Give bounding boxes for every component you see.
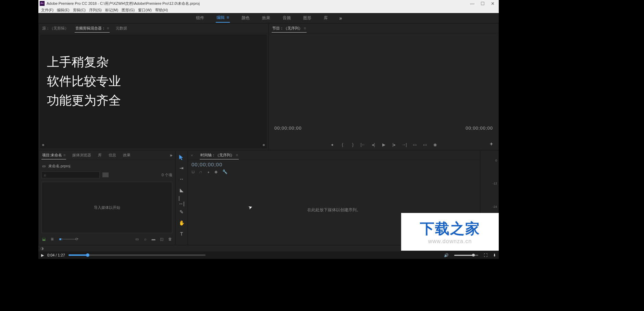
program-monitor[interactable]: 00;00;00;00 00;00;00;00 ● { } |← ◂| ▶ |▸… (269, 33, 498, 150)
project-tabs-more[interactable]: » (170, 153, 172, 158)
refresh-icon[interactable]: ⟳ (74, 237, 79, 241)
filter-chip-icon[interactable] (102, 172, 109, 177)
volume-track[interactable] (454, 255, 478, 256)
list-view-icon[interactable]: ≣ (50, 237, 54, 241)
track-select-tool-icon[interactable]: ⇥ (178, 165, 185, 171)
workspace-color[interactable]: 颜色 (241, 14, 250, 22)
workspace-assembly[interactable]: 组件 (195, 14, 205, 22)
hand-tool-icon[interactable]: ✋ (178, 220, 185, 226)
video-progress-thumb[interactable] (86, 253, 89, 257)
menu-graphic[interactable]: 图形(G) (120, 8, 136, 13)
pen-tool-icon[interactable]: ✎ (178, 209, 185, 215)
close-button[interactable]: ✕ (491, 1, 495, 6)
new-item-icon[interactable]: ◫ (159, 237, 164, 241)
hamburger-icon[interactable]: ≡ (304, 26, 306, 30)
maximize-button[interactable]: ☐ (481, 1, 485, 6)
go-to-out-icon[interactable]: →| (401, 142, 407, 147)
tools-panel: ⇥ ↔ ◣ |↔| ✎ ✋ T (175, 150, 188, 245)
menu-help[interactable]: 帮助(H) (154, 8, 169, 13)
add-button-icon[interactable]: + (490, 141, 493, 147)
extract-icon[interactable]: ▭ (422, 142, 428, 147)
fullscreen-icon[interactable]: ⛶ (484, 253, 487, 257)
workspace-more[interactable]: » (339, 15, 342, 21)
snap-icon[interactable]: ⊔ (191, 169, 195, 174)
effects-tab[interactable]: 效果 (122, 151, 131, 159)
scroll-left-icon[interactable] (42, 144, 44, 146)
hamburger-icon[interactable]: ≡ (236, 153, 238, 157)
new-bin-icon[interactable]: ▬ (151, 237, 156, 241)
scroll-right-icon[interactable] (263, 144, 265, 146)
wrench-icon[interactable]: 🔧 (222, 169, 227, 174)
source-tab-metadata[interactable]: 元数据 (115, 24, 128, 32)
library-tab[interactable]: 库 (97, 151, 102, 159)
hamburger-icon[interactable]: ≡ (227, 15, 229, 20)
menu-sequence[interactable]: 序列(S) (88, 8, 103, 13)
play-icon[interactable]: ▶ (381, 142, 386, 147)
overlay-text: 上手稍复杂 软件比较专业 功能更为齐全 (47, 52, 121, 110)
workspace-bar: 组件 编辑≡ 颜色 效果 音频 图形 库 » (38, 13, 499, 23)
menu-clip[interactable]: 剪辑(C) (72, 8, 87, 13)
timeline-timecode[interactable]: 00;00;00;00 (188, 160, 480, 169)
mark-out-icon[interactable]: } (350, 142, 356, 147)
media-browser-tab[interactable]: 媒体浏览器 (72, 151, 92, 159)
menu-edit[interactable]: 编辑(E) (55, 8, 71, 13)
window-title: Adobe Premiere Pro CC 2018 - C:\用户\XZWH\… (47, 1, 200, 6)
timeline-tab[interactable]: 时间轴：（无序列）≡ (200, 151, 238, 159)
menu-window[interactable]: 窗口(W) (137, 8, 153, 13)
source-monitor[interactable]: 上手稍复杂 软件比较专业 功能更为齐全 (40, 35, 267, 148)
program-tab[interactable]: 节目：（无序列）≡ (272, 24, 307, 33)
hamburger-icon[interactable]: ≡ (107, 26, 109, 30)
overlay-line-3: 功能更为齐全 (47, 91, 121, 110)
volume-icon[interactable]: 🔊 (444, 253, 449, 258)
meter-tick: -12 (493, 182, 497, 185)
workspace-editing[interactable]: 编辑≡ (216, 13, 230, 23)
go-to-in-icon[interactable]: |← (360, 142, 366, 147)
slip-tool-icon[interactable]: |↔| (178, 198, 185, 204)
project-search-input[interactable]: ⌕ (41, 171, 100, 178)
watermark-main: 下载之家 (420, 219, 480, 238)
find-icon[interactable]: ⌕ (143, 237, 148, 241)
menu-file[interactable]: 文件(F) (40, 8, 55, 13)
selection-tool-icon[interactable] (178, 154, 185, 160)
minimize-button[interactable]: — (470, 1, 474, 6)
source-tab-noclip[interactable]: 源：（无剪辑） (41, 24, 69, 32)
ripple-edit-tool-icon[interactable]: ↔ (178, 176, 185, 182)
status-icon: ◑ (40, 246, 44, 251)
info-tab[interactable]: 信息 (108, 151, 117, 159)
download-icon[interactable]: ⬇ (493, 253, 496, 258)
workspace-library[interactable]: 库 (323, 14, 329, 22)
project-drop-area[interactable]: 导入媒体以开始 (41, 182, 172, 233)
zoom-slider-icon[interactable]: ○───── (66, 237, 71, 241)
automate-icon[interactable]: ▭ (135, 237, 139, 241)
project-panel: 项目:未命名≡ 媒体浏览器 库 信息 效果 » ▭ 未命名.prproj (38, 150, 175, 245)
workspace-audio[interactable]: 音频 (282, 14, 292, 22)
marker-add-icon[interactable]: ⬥ (207, 169, 210, 174)
video-play-button[interactable]: ▶ (41, 253, 44, 258)
export-frame-icon[interactable]: ◉ (432, 142, 438, 147)
razor-tool-icon[interactable]: ◣ (178, 187, 185, 193)
link-icon[interactable]: ∩ (199, 169, 202, 174)
step-back-icon[interactable]: ◂| (371, 142, 376, 147)
project-tab[interactable]: 项目:未命名≡ (41, 151, 66, 159)
program-panel: 节目：（无序列）≡ 00;00;00;00 00;00;00;00 ● { } … (269, 23, 499, 150)
mark-in-icon[interactable]: { (340, 142, 345, 147)
source-panel: 源：（无剪辑） 音频剪辑混合器：≡ 元数据 上手稍复杂 软件比较专业 功能更为齐… (38, 23, 269, 150)
close-tab-icon[interactable]: × (191, 153, 193, 157)
workspace-effects[interactable]: 效果 (261, 14, 271, 22)
menu-marker[interactable]: 标记(M) (104, 8, 120, 13)
volume-thumb[interactable] (472, 254, 475, 256)
video-progress-track[interactable] (69, 254, 206, 256)
step-forward-icon[interactable]: |▸ (391, 142, 397, 147)
source-tab-audiomixer[interactable]: 音频剪辑混合器：≡ (75, 24, 110, 33)
lift-icon[interactable]: ▭ (412, 142, 417, 147)
source-scrollbar[interactable] (42, 144, 265, 146)
trash-icon[interactable]: 🗑 (168, 237, 172, 241)
project-filename: 未命名.prproj (48, 164, 70, 169)
marker-icon[interactable]: ● (330, 142, 335, 147)
timeline-settings-icon[interactable]: ◆ (214, 169, 218, 174)
hamburger-icon[interactable]: ≡ (63, 153, 65, 157)
type-tool-icon[interactable]: T (178, 231, 185, 237)
workspace-graphics[interactable]: 图形 (302, 14, 312, 22)
lock-icon[interactable]: ⬓ (41, 237, 46, 241)
project-footer: ⬓ ≣ ■ ○───── ⟳ ▭ ⌕ ▬ ◫ 🗑 (41, 235, 172, 243)
